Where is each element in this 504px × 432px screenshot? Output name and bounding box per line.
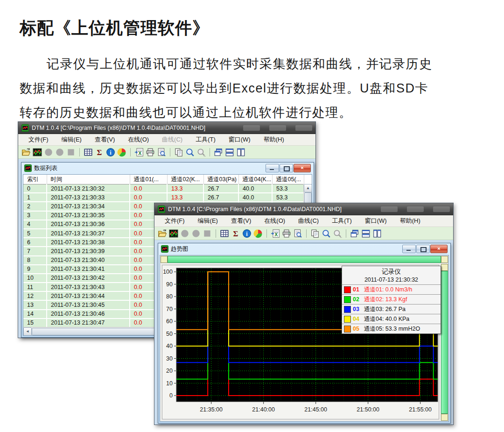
tile-horizontal-icon[interactable]: [361, 229, 371, 238]
maximize-button[interactable]: [280, 164, 293, 172]
menu-item-工具(T)[interactable]: 工具(T): [325, 217, 358, 225]
table-row[interactable]: 02011-07-13 21:30:320.013.326.740.053.3: [23, 184, 304, 193]
menu-item-文件(F)[interactable]: 文件(F): [22, 135, 55, 144]
statistics-icon[interactable]: Σ: [231, 229, 240, 238]
legend-item: 05通道05: 53.3 mmH2O: [342, 324, 441, 333]
minimize-button[interactable]: [266, 164, 279, 172]
pie-chart-icon[interactable]: [253, 229, 263, 238]
trend-titlebar[interactable]: 趋势图 ×: [158, 243, 450, 255]
window2-title: DTM 1.0.4 [C:\Program Files (x86)\DTM 1.…: [168, 206, 371, 212]
zoom-icon[interactable]: [185, 148, 195, 157]
open-file-icon[interactable]: [21, 148, 31, 157]
cascade-windows-icon[interactable]: [350, 229, 359, 238]
close-button[interactable]: ×: [294, 164, 311, 172]
trend-view-icon[interactable]: [33, 148, 42, 157]
cell-time: 2011-07-13 21:30:42: [47, 274, 130, 283]
column-header[interactable]: 通道05(...: [272, 175, 304, 184]
window1-menubar: 文件(F)编辑(E)查看(V)在线(O)曲线(C)工具(T)窗口(W)帮助(H): [18, 134, 315, 146]
legend-channel-label: 通道01: 0.0 Nm3/h: [364, 286, 413, 294]
column-header[interactable]: 通道03(Pa): [203, 175, 238, 184]
scroll-left-button[interactable]: ◄: [23, 327, 32, 336]
open-file-icon[interactable]: [158, 229, 167, 238]
menu-item-编辑(E)[interactable]: 编辑(E): [191, 217, 224, 225]
print-icon[interactable]: [282, 229, 291, 238]
toolbar-separator: [79, 148, 80, 156]
svg-text:50: 50: [166, 331, 173, 337]
export-excel-icon[interactable]: X: [271, 229, 280, 238]
tile-vertical-icon[interactable]: [236, 148, 245, 157]
menu-item-在线(O)[interactable]: 在线(O): [121, 135, 155, 144]
legend-item: 03通道03: 26.7 Pa: [342, 305, 441, 314]
scrollbar-end-box[interactable]: [441, 264, 448, 271]
menu-item-文件(F)[interactable]: 文件(F): [158, 217, 191, 225]
column-header[interactable]: 通道02(K...: [167, 175, 203, 184]
table-row[interactable]: 12011-07-13 21:30:330.013.326.740.053.3: [23, 193, 304, 202]
maximize-button[interactable]: [269, 125, 286, 131]
menu-item-工具(T)[interactable]: 工具(T): [189, 135, 222, 144]
close-button[interactable]: [295, 125, 312, 131]
cell-time: 2011-07-13 21:30:40: [47, 256, 130, 265]
window2-titlebar[interactable]: DTM 1.0.4 [C:\Program Files (x86)\DTM 1.…: [154, 203, 453, 215]
maximize-button[interactable]: [416, 245, 430, 253]
data-list-icon[interactable]: [220, 229, 229, 238]
scroll-up-button[interactable]: ▲: [304, 184, 312, 192]
cell-time: 2011-07-13 21:30:38: [47, 238, 130, 247]
tile-vertical-icon[interactable]: [372, 229, 382, 238]
menu-item-窗口(W)[interactable]: 窗口(W): [358, 217, 393, 225]
stop-icon: [66, 148, 76, 157]
close-button[interactable]: ×: [430, 245, 448, 253]
trend-window: 趋势图 × 21:35:0021:40:0021:45:0021:50:0021…: [158, 243, 451, 424]
menu-item-在线(O)[interactable]: 在线(O): [258, 217, 292, 225]
scrollbar-end-box[interactable]: [441, 414, 448, 421]
column-header[interactable]: 通道04(K...: [238, 175, 272, 184]
info-icon[interactable]: i: [242, 229, 252, 238]
scrollbar-track[interactable]: [441, 271, 448, 414]
menu-item-编辑(E)[interactable]: 编辑(E): [55, 135, 88, 144]
cell-index: 11: [23, 283, 47, 291]
scrollbar-track[interactable]: [168, 256, 441, 263]
menu-item-查看(V)[interactable]: 查看(V): [88, 135, 121, 144]
scrollbar-end-box[interactable]: [161, 256, 168, 263]
cell-time: 2011-07-13 21:30:39: [47, 247, 130, 255]
svg-text:0: 0: [169, 392, 173, 399]
zoom-icon[interactable]: [322, 229, 331, 238]
minimize-button[interactable]: [243, 125, 260, 131]
menu-item-窗口(W)[interactable]: 窗口(W): [222, 135, 257, 144]
data-list-titlebar[interactable]: 数据列表 ×: [21, 163, 314, 174]
menu-item-曲线(C)[interactable]: 曲线(C): [292, 217, 325, 225]
tile-horizontal-icon[interactable]: [225, 148, 234, 157]
window1-titlebar[interactable]: DTM 1.0.4 [C:\Program Files (x86)\DTM 1.…: [18, 122, 315, 134]
statistics-icon[interactable]: Σ: [95, 148, 104, 157]
legend-channel-label: 通道03: 26.7 Pa: [364, 305, 406, 313]
copy-icon[interactable]: [310, 229, 320, 238]
minimize-button[interactable]: [402, 245, 416, 253]
column-header[interactable]: 索引: [23, 175, 47, 184]
data-list-icon[interactable]: [84, 148, 93, 157]
trend-view-icon[interactable]: [169, 229, 178, 238]
value-scrollbar-vertical[interactable]: [441, 264, 448, 421]
svg-text:21:35:00: 21:35:00: [200, 406, 223, 413]
maximize-button[interactable]: [407, 206, 424, 212]
print-preview-icon[interactable]: [157, 148, 166, 157]
cascade-windows-icon[interactable]: [214, 148, 223, 157]
intro-paragraph: 记录仪与上位机通讯可通过软件实时采集数据和曲线，并记录历史数据和曲线，历史数据还…: [20, 52, 440, 125]
legend-swatch: [344, 326, 351, 333]
menu-item-帮助(H)[interactable]: 帮助(H): [257, 135, 291, 144]
menu-item-帮助(H)[interactable]: 帮助(H): [393, 217, 427, 225]
time-scrollbar-horizontal[interactable]: [161, 256, 448, 263]
pie-chart-icon[interactable]: [117, 148, 126, 157]
svg-text:i: i: [110, 149, 112, 156]
print-preview-icon[interactable]: [293, 229, 302, 238]
menu-item-查看(V)[interactable]: 查看(V): [224, 217, 258, 225]
copy-icon[interactable]: [174, 148, 183, 157]
info-icon[interactable]: i: [106, 148, 115, 157]
minimize-button[interactable]: [381, 206, 398, 212]
print-icon[interactable]: [146, 148, 155, 157]
column-header[interactable]: 时间: [47, 175, 130, 184]
export-excel-icon[interactable]: X: [134, 148, 144, 157]
column-header[interactable]: 通道01(...: [130, 175, 167, 184]
cell-index: 8: [23, 256, 47, 265]
close-button[interactable]: [433, 206, 450, 212]
scrollbar-end-box[interactable]: [441, 256, 448, 263]
chart-legend: 记录仪 2011-07-13 21:30:32 01通道01: 0.0 Nm3/…: [342, 266, 441, 334]
